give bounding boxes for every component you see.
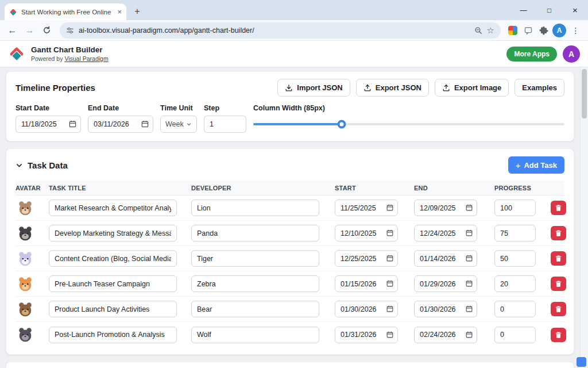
window-maximize-icon[interactable]: □ — [536, 6, 562, 14]
avatar — [17, 301, 34, 318]
slider-thumb[interactable] — [338, 120, 346, 129]
calendar-icon — [465, 331, 473, 339]
time-unit-label: Time Unit — [160, 104, 197, 112]
extension-chat-icon[interactable] — [521, 24, 535, 37]
delete-task-button[interactable] — [551, 277, 566, 291]
user-avatar[interactable]: A — [563, 45, 580, 63]
browser-toolbar: ← → ai-toolbox.visual-paradigm.com/app/g… — [0, 20, 588, 41]
browser-profile-avatar[interactable]: A — [552, 24, 566, 37]
address-bar[interactable]: ai-toolbox.visual-paradigm.com/app/gantt… — [60, 22, 501, 39]
export-image-button[interactable]: Export Image — [435, 79, 509, 97]
progress-input[interactable] — [494, 275, 536, 292]
window-controls: — □ × — [510, 0, 588, 20]
visual-paradigm-link[interactable]: Visual Paradigm — [64, 55, 108, 62]
table-row — [16, 246, 564, 271]
step-field: Step — [204, 104, 246, 133]
calendar-icon — [386, 331, 394, 339]
calendar-icon — [386, 279, 394, 288]
developer-input[interactable] — [191, 301, 319, 317]
col-developer: DEVELOPER — [191, 185, 335, 191]
zoom-icon[interactable] — [474, 26, 482, 34]
task-title-input[interactable] — [49, 301, 177, 317]
step-label: Step — [204, 104, 246, 112]
avatar — [17, 225, 34, 242]
plus-icon: + — [516, 160, 521, 170]
task-table-header: AVATAR TASK TITLE DEVELOPER START END PR… — [16, 181, 564, 195]
avatar — [17, 275, 34, 293]
start-date-label: Start Date — [16, 104, 81, 112]
developer-input[interactable] — [191, 200, 319, 216]
import-json-button[interactable]: Import JSON — [277, 79, 350, 97]
delete-task-button[interactable] — [551, 328, 566, 342]
developer-input[interactable] — [191, 275, 319, 292]
progress-input[interactable] — [494, 301, 536, 317]
developer-input[interactable] — [191, 327, 319, 343]
col-task-title: TASK TITLE — [49, 185, 191, 191]
delete-task-button[interactable] — [551, 226, 566, 240]
examples-button[interactable]: Examples — [514, 79, 564, 97]
browser-tab[interactable]: Start Working with Free Online × — [5, 3, 126, 20]
developer-input[interactable] — [191, 250, 319, 267]
col-progress: PROGRESS — [494, 185, 551, 191]
extensions-puzzle-icon[interactable] — [537, 24, 551, 37]
more-apps-button[interactable]: More Apps — [506, 47, 557, 62]
browser-tab-strip: Start Working with Free Online × + — □ × — [0, 0, 588, 20]
task-title-input[interactable] — [49, 327, 177, 343]
new-tab-button[interactable]: + — [130, 4, 145, 19]
extension-colored-icon[interactable] — [506, 24, 520, 37]
time-unit-select[interactable]: Week — [160, 116, 197, 133]
timeline-properties-title: Timeline Properties — [16, 83, 95, 93]
page: { "colors": { "primary_blue": "#4285f4",… — [0, 0, 588, 368]
back-icon[interactable]: ← — [5, 22, 20, 38]
floating-action-button[interactable] — [577, 357, 586, 367]
table-row — [16, 322, 564, 347]
download-icon — [285, 84, 293, 92]
table-row — [16, 297, 564, 322]
window-minimize-icon[interactable]: — — [510, 6, 536, 14]
app-header: Gantt Chart Builder Powered by Visual Pa… — [0, 41, 588, 67]
column-width-slider[interactable] — [253, 123, 564, 125]
start-date-field: Start Date — [16, 104, 81, 133]
tab-close-icon[interactable]: × — [117, 7, 122, 16]
developer-input[interactable] — [191, 225, 319, 241]
calendar-icon — [465, 254, 473, 262]
step-input[interactable] — [204, 116, 246, 133]
export-json-button[interactable]: Export JSON — [356, 79, 429, 97]
chevron-down-icon — [186, 121, 192, 127]
collapse-chevron-icon[interactable] — [16, 162, 23, 169]
page-scrollbar[interactable] — [580, 67, 588, 368]
upload-icon — [363, 84, 372, 92]
progress-input[interactable] — [494, 250, 536, 267]
reload-icon[interactable] — [39, 22, 55, 38]
tab-favicon-icon — [9, 8, 17, 16]
task-title-input[interactable] — [49, 225, 177, 241]
forward-icon[interactable]: → — [22, 22, 37, 38]
column-width-field: Column Width (85px) — [253, 104, 564, 133]
add-task-button[interactable]: + Add Task — [508, 156, 564, 174]
app-title-block: Gantt Chart Builder Powered by Visual Pa… — [31, 45, 109, 62]
calendar-icon — [465, 305, 473, 313]
url-text[interactable]: ai-toolbox.visual-paradigm.com/app/gantt… — [79, 26, 470, 34]
window-close-icon[interactable]: × — [562, 5, 588, 15]
calendar-icon — [465, 229, 473, 237]
task-title-input[interactable] — [49, 275, 177, 292]
avatar — [17, 250, 34, 267]
task-title-input[interactable] — [49, 200, 177, 216]
delete-task-button[interactable] — [551, 302, 566, 316]
trash-icon — [555, 305, 562, 313]
progress-input[interactable] — [494, 200, 536, 216]
delete-task-button[interactable] — [551, 251, 566, 266]
timeline-buttons: Import JSON Export JSON Export Image Exa… — [277, 79, 564, 97]
end-date-label: End Date — [88, 104, 153, 112]
browser-menu-icon[interactable]: ⋮ — [568, 22, 583, 38]
scrollbar-thumb[interactable] — [582, 69, 587, 118]
progress-input[interactable] — [494, 327, 536, 343]
delete-task-button[interactable] — [551, 201, 566, 215]
site-settings-icon[interactable] — [66, 26, 74, 34]
app-title: Gantt Chart Builder — [31, 45, 109, 55]
bookmark-star-icon[interactable]: ☆ — [487, 25, 494, 36]
table-row — [16, 195, 564, 221]
progress-input[interactable] — [494, 225, 536, 241]
end-date-field: End Date — [88, 104, 153, 133]
task-title-input[interactable] — [49, 250, 177, 267]
